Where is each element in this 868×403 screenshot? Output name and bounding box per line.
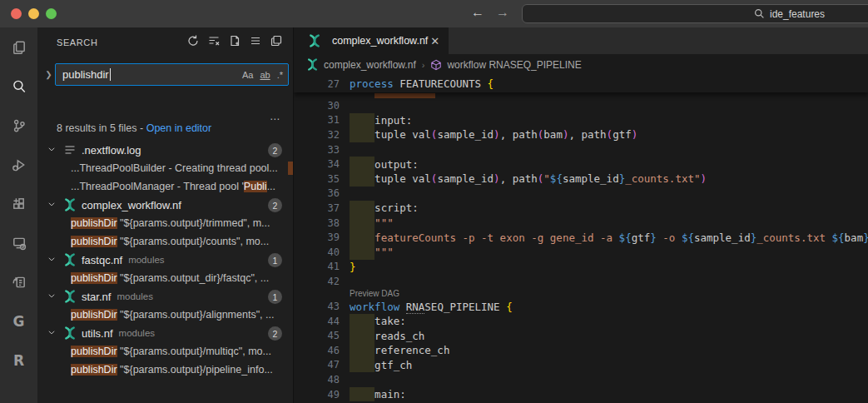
- search-match-row[interactable]: publishDir "${params.output_dir}/fastqc"…: [37, 269, 293, 287]
- activity-bar-extensions-icon[interactable]: [0, 184, 37, 223]
- file-name: star.nf: [82, 291, 111, 303]
- match-text: ...ThreadPoolBuilder - Creating thread p…: [71, 162, 278, 174]
- code-line[interactable]: 30: [294, 98, 868, 113]
- search-match-row[interactable]: publishDir "${params.output}/multiqc", m…: [37, 342, 293, 361]
- match-text: publishDir "${params.output}/alignments"…: [71, 309, 274, 321]
- line-number: 47: [294, 359, 340, 371]
- close-window-button[interactable]: [11, 8, 22, 19]
- activity-bar-remote-explorer-icon[interactable]: [0, 223, 37, 262]
- nextflow-file-icon: [63, 198, 77, 211]
- sticky-scroll-line[interactable]: 27process FEATURECOUNTS {: [294, 75, 868, 92]
- activity-bar-gitlens-icon[interactable]: G: [0, 301, 37, 341]
- code-line[interactable]: 45 reads_ch: [294, 328, 868, 343]
- match-count-badge: 1: [268, 253, 282, 267]
- code-text: """: [350, 216, 394, 229]
- code-line[interactable]: 31 input:: [294, 113, 868, 128]
- search-file-row[interactable]: complex_workflow.nf2: [37, 196, 293, 214]
- partially-scrolled-line: [294, 92, 868, 98]
- match-text: publishDir "${params.output}/multiqc", m…: [71, 346, 271, 357]
- command-center[interactable]: ide_features: [522, 4, 868, 23]
- line-number: 49: [294, 389, 340, 401]
- search-match-row[interactable]: publishDir "${params.output}/trimmed", m…: [37, 214, 293, 232]
- code-line[interactable]: 34 output:: [294, 157, 868, 172]
- breadcrumb-symbol[interactable]: workflow RNASEQ_PIPELINE: [447, 59, 581, 71]
- chevron-down-icon[interactable]: [45, 145, 58, 153]
- code-line[interactable]: 32 tuple val(sample_id), path(bam), path…: [294, 127, 868, 142]
- code-text: main:: [350, 388, 406, 401]
- search-match-row[interactable]: publishDir "${params.output}/alignments"…: [37, 306, 293, 324]
- toggle-replace-chevron-icon[interactable]: ❯: [42, 70, 55, 79]
- activity-bar-r-language-icon[interactable]: R: [0, 341, 37, 380]
- code-line[interactable]: 42: [294, 274, 868, 289]
- tab-complex-workflow[interactable]: complex_workflow.nf ✕: [294, 27, 449, 54]
- chevron-down-icon[interactable]: [45, 255, 58, 263]
- code-line[interactable]: 33: [294, 142, 868, 157]
- match-highlight: publishDir: [71, 217, 117, 229]
- search-file-row[interactable]: utils.nfmodules2: [37, 324, 293, 342]
- open-in-editor-link[interactable]: Open in editor: [146, 122, 212, 134]
- chevron-down-icon[interactable]: [45, 328, 58, 336]
- sticky-code-line[interactable]: 27process FEATURECOUNTS {: [294, 75, 868, 92]
- chevron-down-icon[interactable]: [45, 291, 58, 300]
- search-input[interactable]: publishdir Aa ab .*: [55, 63, 289, 86]
- code-text: process FEATURECOUNTS {: [350, 77, 494, 90]
- code-text: gtf_ch: [350, 359, 412, 371]
- match-case-toggle[interactable]: Aa: [242, 70, 253, 80]
- clear-search-results-icon[interactable]: [207, 34, 221, 51]
- match-count-badge: 1: [268, 290, 282, 304]
- code-line[interactable]: 47 gtf_ch: [294, 358, 868, 373]
- search-match-row[interactable]: ...ThreadPoolManager - Thread pool 'Publ…: [37, 177, 293, 196]
- activity-bar-search-icon[interactable]: [0, 67, 37, 106]
- code-line[interactable]: 40 """: [294, 245, 868, 260]
- match-highlight: publishDir: [71, 364, 117, 376]
- regex-toggle[interactable]: .*: [277, 70, 283, 80]
- minimize-window-button[interactable]: [28, 8, 39, 19]
- vscode-window: ← → ide_features GR SEARCH ❯ publishdir: [0, 0, 868, 403]
- code-line[interactable]: 39 featureCounts -p -t exon -g gene_id -…: [294, 230, 868, 245]
- toggle-search-details-icon[interactable]: ⋯: [270, 113, 281, 125]
- tab-close-icon[interactable]: ✕: [428, 35, 442, 47]
- search-file-row[interactable]: fastqc.nfmodules1: [37, 251, 293, 269]
- code-line[interactable]: 37 script:: [294, 201, 868, 216]
- view-as-list-icon[interactable]: [249, 34, 262, 51]
- search-match-row[interactable]: ...ThreadPoolBuilder - Creating thread p…: [37, 159, 293, 177]
- zoom-window-button[interactable]: [46, 8, 57, 19]
- search-match-row[interactable]: publishDir "${params.output}/pipeline_in…: [37, 361, 293, 379]
- line-number: 35: [294, 173, 340, 185]
- code-line[interactable]: 49 main:: [294, 387, 868, 402]
- open-new-search-editor-icon[interactable]: [228, 34, 241, 51]
- search-results-tree: .nextflow.log2...ThreadPoolBuilder - Cre…: [37, 141, 293, 379]
- breadcrumb-file[interactable]: complex_workflow.nf: [324, 59, 416, 71]
- nextflow-file-icon: [308, 34, 321, 47]
- chevron-down-icon[interactable]: [45, 200, 58, 208]
- refresh-icon[interactable]: [186, 34, 200, 51]
- codelens-preview-dag[interactable]: Preview DAG: [294, 289, 868, 300]
- whole-word-toggle[interactable]: ab: [260, 70, 270, 80]
- search-file-row[interactable]: .nextflow.log2: [37, 141, 293, 159]
- activity-bar-run-debug-icon[interactable]: [0, 145, 37, 184]
- activity-bar-references-icon[interactable]: [0, 262, 37, 301]
- line-number: 27: [294, 78, 340, 90]
- code-line[interactable]: 46 reference_ch: [294, 343, 868, 358]
- activity-bar-source-control-icon[interactable]: [0, 106, 37, 145]
- search-match-row[interactable]: publishDir "${params.output}/counts", mo…: [37, 232, 293, 251]
- code-line[interactable]: 38 """: [294, 216, 868, 231]
- line-number: 38: [294, 217, 340, 229]
- panel-title: SEARCH: [57, 37, 97, 47]
- code-line[interactable]: 44 take:: [294, 314, 868, 329]
- code-line[interactable]: 35 tuple val(sample_id), path("${sample_…: [294, 172, 868, 187]
- open-in-editor-panel-icon[interactable]: [270, 34, 283, 51]
- activity-bar-explorer-icon[interactable]: [0, 27, 37, 67]
- code-line[interactable]: 36: [294, 187, 868, 202]
- match-text: publishDir "${params.output_dir}/fastqc"…: [71, 272, 269, 284]
- code-area[interactable]: 27process FEATURECOUNTS { 3031 input:32 …: [294, 75, 868, 403]
- history-back-icon[interactable]: ←: [471, 5, 484, 20]
- text-cursor: [110, 68, 111, 81]
- nextflow-file-icon: [63, 253, 77, 266]
- history-forward-icon[interactable]: →: [496, 5, 509, 20]
- code-line[interactable]: 48: [294, 372, 868, 387]
- code-line[interactable]: 43workflow RNASEQ_PIPELINE {: [294, 299, 868, 314]
- search-file-row[interactable]: star.nfmodules1: [37, 287, 293, 306]
- code-line[interactable]: 41}: [294, 260, 868, 275]
- search-sidebar: SEARCH ❯ publishdir Aa ab .* ⋯ 8 results…: [37, 27, 293, 403]
